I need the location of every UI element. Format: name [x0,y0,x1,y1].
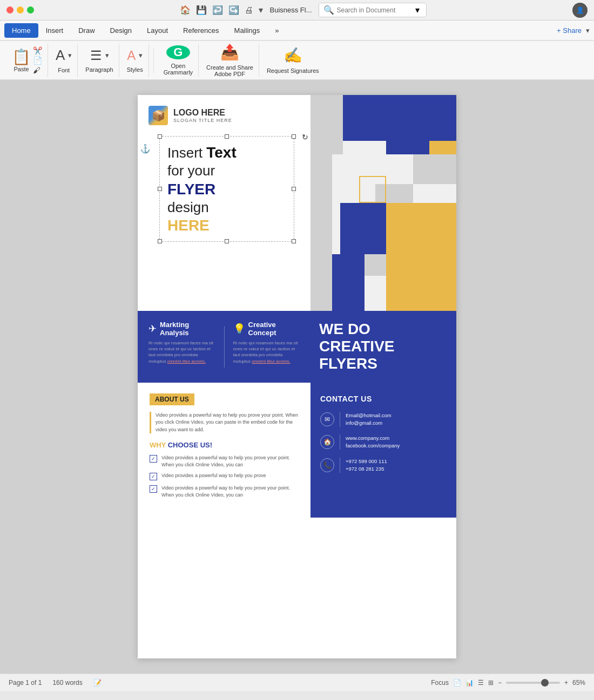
word-count: 160 words [52,679,82,687]
handle-bl[interactable] [158,239,162,243]
cut-icon[interactable]: ✂️ [33,46,42,55]
logo-slogan: SLOGAN TITLE HERE [173,118,232,123]
zoom-level: 65% [572,679,585,687]
contact-email-item: ✉ Email@hotmail.com info@gmail.com [320,412,447,427]
styles-label: Styles [127,66,143,73]
menu-more[interactable]: » [267,23,286,38]
font-dropdown-icon[interactable]: ▾ [68,51,72,59]
customize-icon[interactable]: ▾ [259,5,263,15]
zoom-plus[interactable]: + [564,679,568,687]
handle-bm[interactable] [225,239,229,243]
view-icon-3[interactable]: ☰ [478,679,484,687]
handle-tl[interactable] [158,134,162,139]
adobe-label: Create and ShareAdobe PDF [206,64,253,77]
view-icon-4[interactable]: ⊞ [488,679,494,687]
banner-title-2: CreativeConcept [248,321,276,337]
home-icon[interactable]: 🏠 [180,5,191,15]
share-button[interactable]: + Share [552,24,586,37]
block-11 [386,254,456,311]
paragraph-dropdown-icon[interactable]: ▾ [105,51,109,59]
focus-label[interactable]: Focus [431,679,449,687]
check-text-2: Video provides a powerful way to help yo… [161,472,266,479]
copy-icon[interactable]: 📄 [33,56,42,65]
banner-body-1: Ri notic qui rosamum faces ma sit ones r… [148,340,215,364]
banner-icon-row-1: ✈ MarktingAnalysis [148,321,215,337]
menu-mailings[interactable]: Mailings [227,23,268,38]
redo-icon[interactable]: ↪️ [228,5,239,15]
styles-icon: A [127,48,136,63]
menu-design[interactable]: Design [103,23,139,38]
zoom-thumb[interactable] [541,679,549,687]
banner-col-1: ✈ MarktingAnalysis Ri notic qui rosamum … [148,321,215,373]
block-6 [386,203,456,254]
contact-email2: info@gmail.com [346,419,392,427]
handle-br[interactable] [292,239,296,243]
menu-insert[interactable]: Insert [38,23,71,38]
profile-avatar[interactable]: 👤 [572,3,588,18]
text-box[interactable]: Insert Text for your FLYER design HERE [159,136,294,242]
menu-layout[interactable]: Layout [139,23,176,38]
status-bar: Page 1 of 1 160 words 📝 Focus 📄 📊 ☰ ⊞ − … [0,674,594,691]
page-info: Page 1 of 1 [9,679,42,687]
contact-title: CONTACT US [320,395,447,403]
search-bar[interactable]: 🔍 ▾ [319,3,427,17]
handle-tr[interactable] [292,134,296,139]
signatures-icon: ✍️ [284,46,302,64]
handle-mr[interactable] [292,187,296,191]
styles-icons: A ▾ [127,48,143,63]
search-input[interactable] [337,6,413,14]
adobe-group[interactable]: 📤 Create and ShareAdobe PDF [201,44,259,77]
signatures-group[interactable]: ✍️ Request Signatures [261,44,325,77]
search-dropdown-icon[interactable]: ▾ [415,5,420,15]
font-icons: A ▾ [56,47,72,64]
phone-icon: 📞 [320,458,334,472]
banner-col-2: 💡 CreativeConcept Ri notic qui rosamum f… [233,321,300,373]
contact-web1: www.company.com [346,434,400,442]
menu-home[interactable]: Home [4,23,38,38]
why-normal: WHY [150,441,168,449]
document-title: Buisness Fl... [269,6,312,14]
menu-draw[interactable]: Draw [71,23,102,38]
paragraph-group[interactable]: ☰ ▾ Paragraph [80,44,119,77]
save-icon[interactable]: 💾 [196,5,207,15]
proofing-icon[interactable]: 📝 [93,679,102,687]
handle-tm[interactable] [225,134,229,139]
banner-left: ✈ MarktingAnalysis Ri notic qui rosamum … [138,311,310,383]
grammarly-group[interactable]: G OpenGrammarly [158,44,199,77]
zoom-slider[interactable] [506,682,560,684]
we-do-text: WE DO CREATIVE FLYERS [319,321,395,373]
grammarly-label: OpenGrammarly [164,63,193,76]
styles-dropdown-icon[interactable]: ▾ [139,51,143,59]
styles-group[interactable]: A ▾ Styles [122,44,149,77]
block-7 [340,203,386,254]
paste-button[interactable]: 📋 Paste [12,48,31,72]
font-A-icon: A [56,47,65,64]
minimize-button[interactable] [17,6,24,13]
contact-phone-text: +972 599 000 111 +972 08 281 235 [346,458,387,473]
anchor-icon: ⚓ [140,144,151,154]
rotate-icon[interactable]: ↻ [302,133,308,141]
choose-us-bold: CHOOSE US! [168,441,212,449]
undo-icon[interactable]: ↩️ [212,5,223,15]
paste-label: Paste [14,66,29,72]
flyer-top: 📦 LOGO HERE SLOGAN TITLE HERE ⚓ ↻ [138,95,456,311]
handle-ml[interactable] [158,187,162,191]
zoom-minus[interactable]: − [498,679,502,687]
print-icon[interactable]: 🖨 [245,5,253,15]
we-do-line2: CREATIVE [319,338,395,355]
view-icon-2[interactable]: 📊 [465,679,474,687]
maximize-button[interactable] [27,6,34,13]
view-icon-1[interactable]: 📄 [453,679,461,687]
toolbar-icons: 🏠 💾 ↩️ ↪️ 🖨 ▾ [180,5,263,15]
font-group[interactable]: A ▾ Font [50,44,78,77]
status-bar-right: Focus 📄 📊 ☰ ⊞ − + 65% [431,679,585,687]
banner-divider [224,326,225,368]
title-bar: 🏠 💾 ↩️ ↪️ 🖨 ▾ Buisness Fl... 🔍 ▾ 👤 [0,0,594,21]
block-4 [413,154,456,184]
format-painter-icon[interactable]: 🖌 [33,66,42,74]
block-10 [310,95,332,311]
close-button[interactable] [6,6,14,13]
contact-divider-2 [340,434,340,450]
search-icon: 🔍 [323,5,334,15]
menu-references[interactable]: References [176,23,226,38]
